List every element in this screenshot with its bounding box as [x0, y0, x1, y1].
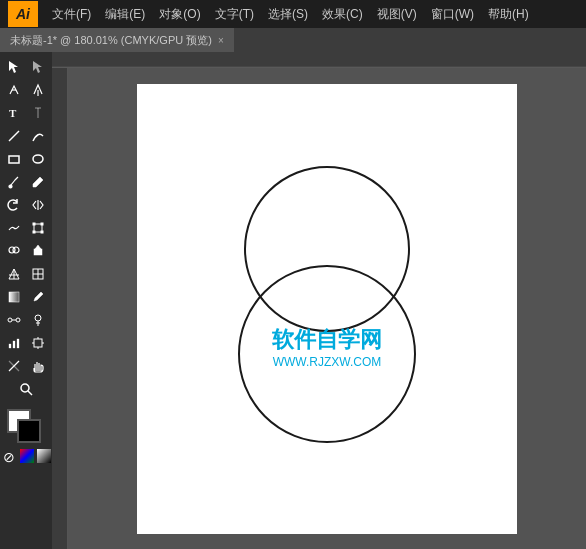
blend-tool[interactable]	[3, 309, 25, 331]
direct-selection-tool[interactable]	[27, 56, 49, 78]
svg-rect-33	[9, 344, 11, 348]
eyedropper-tool[interactable]	[27, 286, 49, 308]
tool-row-transform	[2, 194, 50, 216]
svg-rect-8	[9, 156, 19, 163]
menu-select[interactable]: 选择(S)	[262, 4, 314, 25]
menu-view[interactable]: 视图(V)	[371, 4, 423, 25]
menu-object[interactable]: 对象(O)	[153, 4, 206, 25]
svg-point-30	[16, 318, 20, 322]
tab-label: 未标题-1* @ 180.01% (CMYK/GPU 预览)	[10, 33, 212, 48]
free-transform-tool[interactable]	[27, 217, 49, 239]
ellipse-tool[interactable]	[27, 148, 49, 170]
svg-marker-0	[9, 61, 18, 73]
type-tool[interactable]: T	[3, 102, 25, 124]
menu-window[interactable]: 窗口(W)	[425, 4, 480, 25]
color-area: ⊘	[2, 405, 50, 469]
canvas-area: // draw ticks 软件自学网	[52, 52, 586, 549]
canvas-content: 软件自学网 WWW.RJZXW.COM	[68, 68, 586, 549]
paintbrush-tool[interactable]	[3, 171, 25, 193]
menu-file[interactable]: 文件(F)	[46, 4, 97, 25]
top-circle	[245, 167, 409, 331]
shape-builder-tool[interactable]	[3, 240, 25, 262]
menu-help[interactable]: 帮助(H)	[482, 4, 535, 25]
tool-row-type: T	[2, 102, 50, 124]
tool-row-perspective	[2, 263, 50, 285]
svg-point-10	[9, 185, 12, 188]
active-tab[interactable]: 未标题-1* @ 180.01% (CMYK/GPU 预览) ×	[0, 28, 234, 52]
svg-point-29	[8, 318, 12, 322]
tool-row-line	[2, 125, 50, 147]
svg-rect-35	[17, 339, 19, 348]
live-paint-tool[interactable]	[27, 240, 49, 262]
color-mode-icons: ⊘	[1, 449, 51, 465]
main-area: T	[0, 52, 586, 549]
svg-rect-15	[41, 223, 43, 225]
pencil-tool[interactable]	[27, 171, 49, 193]
tool-row-zoom	[2, 378, 50, 400]
pen-tool[interactable]	[3, 79, 25, 101]
fill-stroke-selector[interactable]	[7, 409, 45, 447]
svg-point-9	[33, 155, 43, 163]
zoom-tool[interactable]	[15, 378, 37, 400]
tool-row-warp	[2, 217, 50, 239]
watermark: 软件自学网 WWW.RJZXW.COM	[272, 325, 382, 369]
ruler-left	[52, 68, 68, 549]
gradient-icon[interactable]	[37, 449, 51, 463]
rotate-tool[interactable]	[3, 194, 25, 216]
svg-text:T: T	[9, 107, 17, 119]
color-icon[interactable]	[20, 449, 34, 463]
svg-rect-36	[34, 339, 42, 347]
add-anchor-tool[interactable]	[27, 79, 49, 101]
svg-rect-20	[34, 249, 42, 255]
watermark-text-line1: 软件自学网	[272, 325, 382, 355]
tab-close-button[interactable]: ×	[218, 35, 224, 46]
warp-tool[interactable]	[3, 217, 25, 239]
tool-row-pen	[2, 79, 50, 101]
svg-marker-21	[35, 245, 41, 249]
symbol-sprayer-tool[interactable]	[27, 309, 49, 331]
mesh-tool[interactable]	[27, 263, 49, 285]
slice-tool[interactable]	[3, 355, 25, 377]
svg-marker-11	[33, 177, 43, 187]
none-icon[interactable]: ⊘	[1, 449, 17, 465]
menu-effect[interactable]: 效果(C)	[316, 4, 369, 25]
column-graph-tool[interactable]	[3, 332, 25, 354]
arc-tool[interactable]	[27, 125, 49, 147]
tool-row-shapebuilder	[2, 240, 50, 262]
tool-row-chart	[2, 332, 50, 354]
tool-row-shape	[2, 148, 50, 170]
hand-tool[interactable]	[27, 355, 49, 377]
rectangle-tool[interactable]	[3, 148, 25, 170]
svg-rect-34	[13, 341, 15, 348]
svg-rect-28	[9, 292, 19, 302]
menu-type[interactable]: 文字(T)	[209, 4, 260, 25]
ruler-top: // draw ticks	[52, 52, 586, 68]
line-tool[interactable]	[3, 125, 25, 147]
gradient-tool[interactable]	[3, 286, 25, 308]
tab-bar: 未标题-1* @ 180.01% (CMYK/GPU 预览) ×	[0, 28, 586, 52]
vertical-type-tool[interactable]	[27, 102, 49, 124]
svg-point-43	[21, 384, 29, 392]
artboard: 软件自学网 WWW.RJZXW.COM	[137, 84, 517, 534]
circles-svg	[217, 159, 437, 449]
svg-marker-1	[33, 61, 42, 73]
svg-rect-14	[33, 223, 35, 225]
artboard-tool[interactable]	[27, 332, 49, 354]
svg-rect-16	[33, 231, 35, 233]
stroke-swatch[interactable]	[17, 419, 41, 443]
perspective-grid-tool[interactable]	[3, 263, 25, 285]
menu-edit[interactable]: 编辑(E)	[99, 4, 151, 25]
tool-row-gradient	[2, 286, 50, 308]
tool-row-slice	[2, 355, 50, 377]
tool-row-brush	[2, 171, 50, 193]
watermark-text-line2: WWW.RJZXW.COM	[272, 355, 382, 369]
reflect-tool[interactable]	[27, 194, 49, 216]
circles-container: 软件自学网 WWW.RJZXW.COM	[217, 159, 437, 459]
title-bar: Ai 文件(F) 编辑(E) 对象(O) 文字(T) 选择(S) 效果(C) 视…	[0, 0, 586, 28]
toolbar: T	[0, 52, 52, 549]
menu-bar: 文件(F) 编辑(E) 对象(O) 文字(T) 选择(S) 效果(C) 视图(V…	[46, 4, 578, 25]
selection-tool[interactable]	[3, 56, 25, 78]
svg-point-19	[13, 247, 19, 253]
ai-logo: Ai	[8, 1, 38, 27]
svg-line-7	[9, 131, 19, 141]
